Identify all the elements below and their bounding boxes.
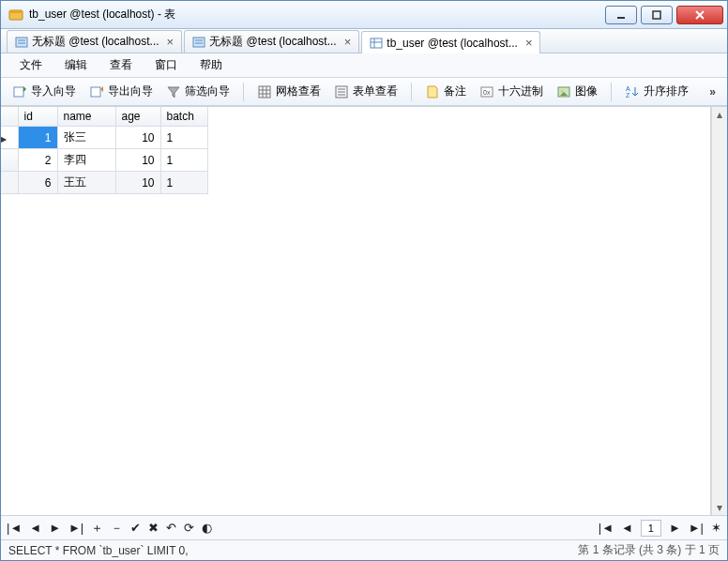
toolbar: 导入向导 导出向导 筛选向导 网格查看 表单查看 备注 0x 十六进制 [1, 78, 727, 106]
scroll-up-icon[interactable]: ▴ [712, 107, 727, 122]
cell-name[interactable]: 张三 [57, 127, 115, 149]
label: 导入向导 [31, 83, 76, 99]
svg-text:0x: 0x [483, 89, 491, 96]
svg-rect-9 [193, 38, 205, 47]
cell-age[interactable]: 10 [115, 172, 160, 194]
export-wizard-button[interactable]: 导出向导 [83, 81, 159, 102]
first-record-icon[interactable]: |◄ [7, 521, 22, 535]
svg-text:Z: Z [626, 92, 630, 99]
label: 升序排序 [644, 83, 689, 99]
cell-age[interactable]: 10 [115, 149, 160, 172]
status-info: 第 1 条记录 (共 3 条) 于 1 页 [578, 542, 720, 558]
menu-edit[interactable]: 编辑 [53, 53, 99, 77]
tab-close-icon[interactable]: × [525, 37, 533, 49]
filter-wizard-button[interactable]: 筛选向导 [160, 81, 235, 102]
col-name[interactable]: name [57, 107, 115, 127]
tab-close-icon[interactable]: × [167, 36, 174, 48]
table-row[interactable]: 1 张三 10 1 [1, 127, 207, 149]
menu-window[interactable]: 窗口 [144, 53, 189, 77]
header-row: id name age batch [1, 107, 207, 127]
label: 十六进制 [498, 83, 543, 99]
separator [243, 83, 244, 101]
page-last-icon[interactable]: ►| [689, 521, 704, 535]
refresh-icon[interactable]: ⟳ [184, 521, 194, 535]
sort-asc-icon: AZ [625, 84, 640, 99]
row-indicator [1, 149, 18, 172]
import-wizard-button[interactable]: 导入向导 [7, 81, 82, 102]
add-record-icon[interactable]: ＋ [91, 520, 103, 537]
scroll-track[interactable] [712, 122, 727, 500]
svg-rect-3 [653, 11, 660, 19]
form-view-button[interactable]: 表单查看 [328, 81, 403, 102]
toolbar-overflow-icon[interactable]: » [704, 85, 721, 99]
status-query: SELECT * FROM `tb_user` LIMIT 0, [8, 544, 189, 557]
prev-record-icon[interactable]: ◄ [29, 521, 41, 535]
svg-rect-15 [14, 87, 23, 97]
minimize-button[interactable] [605, 6, 637, 24]
cell-age[interactable]: 10 [115, 127, 160, 149]
page-first-icon[interactable]: |◄ [599, 521, 614, 535]
page-next-icon[interactable]: ► [669, 521, 681, 535]
stop-icon[interactable]: ◐ [202, 521, 212, 535]
tab-2[interactable]: tb_user @test (localhost... × [361, 31, 540, 53]
commit-icon[interactable]: ✔ [130, 521, 141, 535]
col-batch[interactable]: batch [160, 107, 207, 127]
filter-icon [166, 84, 181, 99]
table-row[interactable]: 2 李四 10 1 [1, 149, 207, 172]
content-area: id name age batch 1 张三 10 1 [1, 106, 727, 515]
row-indicator [1, 172, 18, 194]
tab-0[interactable]: 无标题 @test (localhost... × [7, 30, 182, 53]
data-grid[interactable]: id name age batch 1 张三 10 1 [1, 107, 711, 515]
hex-button[interactable]: 0x 十六进制 [474, 81, 549, 102]
cancel-icon[interactable]: ✖ [148, 521, 159, 535]
settings-icon[interactable]: ✶ [711, 521, 721, 535]
cell-name[interactable]: 王五 [57, 172, 115, 194]
tab-1[interactable]: 无标题 @test (localhost... × [184, 30, 359, 53]
page-prev-icon[interactable]: ◄ [621, 521, 633, 535]
tab-bar: 无标题 @test (localhost... × 无标题 @test (loc… [1, 29, 727, 53]
grid-view-button[interactable]: 网格查看 [251, 81, 326, 102]
cell-id[interactable]: 1 [18, 127, 57, 149]
image-button[interactable]: 图像 [551, 81, 603, 102]
separator [611, 83, 612, 101]
cell-name[interactable]: 李四 [57, 149, 115, 172]
close-button[interactable] [676, 6, 723, 24]
vertical-scrollbar[interactable]: ▴ ▾ [711, 107, 727, 515]
tab-close-icon[interactable]: × [344, 36, 352, 48]
cell-batch[interactable]: 1 [160, 172, 207, 194]
menu-file[interactable]: 文件 [8, 53, 53, 77]
cell-id[interactable]: 2 [18, 149, 57, 172]
note-button[interactable]: 备注 [419, 81, 472, 102]
sort-asc-button[interactable]: AZ 升序排序 [619, 81, 694, 102]
menu-help[interactable]: 帮助 [189, 53, 234, 77]
import-icon [12, 84, 27, 99]
page-number-input[interactable] [641, 520, 661, 537]
table-icon [370, 37, 383, 50]
col-age[interactable]: age [115, 107, 160, 127]
svg-rect-17 [259, 86, 270, 98]
delete-record-icon[interactable]: － [111, 520, 123, 537]
menu-view[interactable]: 查看 [99, 53, 144, 77]
last-record-icon[interactable]: ►| [68, 521, 83, 535]
label: 导出向导 [108, 83, 153, 99]
app-window: tb_user @test (localhost) - 表 无标题 @test … [0, 0, 728, 561]
row-header-corner [1, 107, 18, 127]
scroll-down-icon[interactable]: ▾ [712, 500, 727, 515]
title-bar: tb_user @test (localhost) - 表 [1, 1, 727, 29]
cell-id[interactable]: 6 [18, 172, 57, 194]
undo-icon[interactable]: ↶ [166, 521, 176, 535]
svg-rect-6 [16, 38, 27, 47]
col-id[interactable]: id [18, 107, 57, 127]
image-icon [556, 84, 571, 99]
cell-batch[interactable]: 1 [160, 127, 207, 149]
svg-rect-1 [9, 10, 23, 13]
note-icon [425, 84, 440, 99]
row-indicator-icon [1, 127, 18, 149]
export-icon [89, 84, 104, 99]
svg-point-29 [561, 89, 564, 92]
status-bar: SELECT * FROM `tb_user` LIMIT 0, 第 1 条记录… [1, 539, 727, 560]
table-row[interactable]: 6 王五 10 1 [1, 172, 207, 194]
maximize-button[interactable] [641, 6, 673, 24]
next-record-icon[interactable]: ► [49, 521, 61, 535]
cell-batch[interactable]: 1 [160, 149, 207, 172]
